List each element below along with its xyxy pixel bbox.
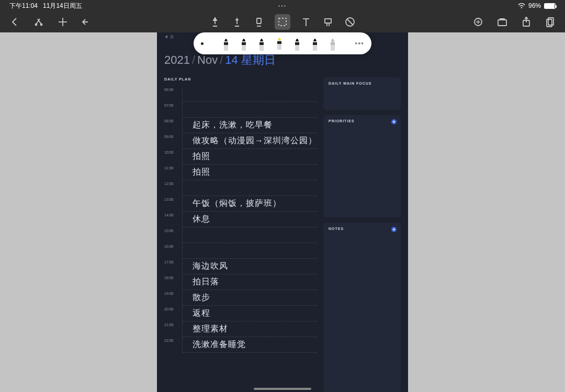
svg-rect-29	[313, 42, 317, 45]
date-year: 2021	[164, 53, 190, 66]
date-weekday: 星期日	[241, 53, 276, 66]
timeline-hour: 14:00	[164, 213, 180, 217]
documents-button[interactable]	[496, 16, 508, 28]
marker-tool-button[interactable]	[231, 16, 243, 28]
timeline-row[interactable]: 07:00	[183, 102, 317, 118]
timeline-hour: 11:00	[164, 166, 180, 170]
wifi-icon	[518, 3, 525, 8]
timeline-entry: 拍照	[193, 151, 210, 162]
svg-rect-16	[498, 20, 506, 26]
laser-tool-button[interactable]	[322, 16, 334, 28]
timeline-row[interactable]: 19:00散步	[183, 290, 317, 306]
timeline-hour: 13:00	[164, 198, 180, 201]
timeline-row[interactable]: 16:00	[183, 243, 317, 259]
add-note-button[interactable]	[391, 227, 397, 232]
settings-button[interactable]	[32, 16, 45, 28]
timeline-row[interactable]: 20:00返程	[183, 306, 317, 321]
pen-highlighter-yellow[interactable]	[274, 35, 285, 50]
eraser-tool-button[interactable]	[253, 16, 265, 28]
timeline-entry: 海边吹风	[193, 261, 228, 272]
planner-page[interactable]: ◀ 日 2021/Nov/14 星期日 DAILY PLAN 06:0007:0…	[157, 32, 408, 392]
daily-plan-column: DAILY PLAN 06:0007:0008:00起床，洗漱，吃早餐09:00…	[164, 77, 317, 392]
svg-line-14	[347, 19, 353, 25]
share-button[interactable]	[520, 16, 533, 28]
svg-rect-5	[257, 18, 261, 24]
pen-fineliner[interactable]	[220, 36, 232, 51]
multitask-indicator-icon[interactable]: •••	[278, 3, 287, 9]
timeline-entry: 返程	[193, 308, 210, 319]
svg-rect-7	[279, 18, 286, 26]
priorities-panel[interactable]: PRIORITIES	[323, 115, 401, 217]
svg-rect-18	[548, 18, 553, 25]
timeline-entry: 拍照	[193, 167, 210, 178]
svg-rect-26	[259, 42, 264, 45]
svg-rect-19	[547, 19, 552, 27]
daily-main-focus-panel[interactable]: DAILY MAIN FOCUS	[323, 77, 401, 110]
svg-rect-28	[295, 42, 299, 45]
timeline-row[interactable]: 10:00拍照	[183, 149, 317, 165]
timeline-row[interactable]: 08:00起床，洗漱，吃早餐	[183, 118, 317, 133]
timeline-hour: 19:00	[164, 292, 180, 295]
timeline-row[interactable]: 17:00海边吹风	[183, 259, 317, 274]
timeline[interactable]: 06:0007:0008:00起床，洗漱，吃早餐09:00做攻略（动漫园→深圳湾…	[164, 86, 317, 353]
timeline-row[interactable]: 06:00	[183, 86, 317, 102]
pen-tool-button[interactable]	[209, 16, 221, 28]
priorities-title: PRIORITIES	[329, 119, 396, 123]
timeline-hour: 17:00	[164, 260, 180, 264]
timeline-hour: 20:00	[164, 307, 180, 311]
notes-panel[interactable]: NOTES	[323, 223, 401, 392]
timeline-entry: 拍日落	[193, 276, 219, 287]
timeline-entry: 散步	[193, 292, 210, 303]
pen-marker[interactable]	[309, 36, 321, 51]
timeline-hour: 18:00	[164, 276, 180, 280]
app-toolbar	[0, 11, 565, 32]
svg-rect-10	[325, 19, 331, 23]
timeline-entry: 做攻略（动漫园→深圳湾公园）	[193, 135, 317, 146]
status-date: 11月14日周五	[43, 2, 82, 10]
date-day: 14	[225, 53, 238, 66]
home-indicator[interactable]	[254, 388, 311, 390]
page-tab-label: ◀ 日	[164, 34, 174, 40]
timeline-entry: 午饭（焖饭，披萨班）	[193, 198, 281, 209]
lasso-tool-button[interactable]	[275, 14, 290, 30]
timeline-entry: 整理素材	[193, 324, 228, 335]
more-pens-button[interactable]: •••	[355, 39, 364, 48]
pen-pen-grey[interactable]	[291, 36, 303, 51]
pen-pen-black-1[interactable]	[238, 36, 250, 51]
timeline-row[interactable]: 12:00	[183, 180, 317, 196]
ipad-status-bar: 下午11:04 11月14日周五 ••• 96%	[0, 0, 565, 11]
timeline-hour: 06:00	[164, 88, 180, 91]
readonly-tool-button[interactable]	[344, 16, 356, 28]
pen-eraser[interactable]	[327, 36, 338, 51]
timeline-row[interactable]: 11:00拍照	[183, 165, 317, 180]
back-button[interactable]	[8, 16, 21, 28]
timeline-hour: 09:00	[164, 135, 180, 139]
timeline-row[interactable]: 09:00做攻略（动漫园→深圳湾公园）	[183, 133, 317, 149]
canvas-area[interactable]: ◀ 日 2021/Nov/14 星期日 DAILY PLAN 06:0007:0…	[0, 32, 565, 392]
timeline-row[interactable]: 22:00洗漱准备睡觉	[183, 337, 317, 353]
timeline-hour: 22:00	[164, 339, 180, 342]
pen-palette[interactable]: •••	[194, 32, 371, 54]
timeline-row[interactable]: 18:00拍日落	[183, 274, 317, 290]
pages-button[interactable]	[544, 16, 557, 28]
svg-rect-24	[224, 42, 228, 45]
timeline-row[interactable]: 13:00午饭（焖饭，披萨班）	[183, 196, 317, 212]
timeline-row[interactable]: 15:00	[183, 227, 317, 243]
add-priority-button[interactable]	[391, 119, 397, 124]
add-button[interactable]	[56, 16, 69, 28]
text-tool-button[interactable]	[300, 16, 312, 28]
timeline-hour: 21:00	[164, 323, 180, 327]
timeline-entry: 洗漱准备睡觉	[193, 339, 246, 350]
timeline-hour: 08:00	[164, 119, 180, 123]
undo-button[interactable]	[81, 16, 93, 28]
pen-pen-black-2[interactable]	[256, 36, 267, 51]
timeline-hour: 10:00	[164, 151, 180, 154]
timeline-row[interactable]: 14:00休息	[183, 212, 317, 227]
timeline-row[interactable]: 21:00整理素材	[183, 321, 317, 337]
date-month: Nov	[197, 53, 218, 66]
insert-button[interactable]	[472, 16, 484, 28]
timeline-hour: 15:00	[164, 229, 180, 233]
stroke-size-button[interactable]	[201, 42, 204, 45]
date-header: 2021/Nov/14 星期日	[164, 52, 401, 68]
daily-plan-title: DAILY PLAN	[164, 77, 317, 81]
